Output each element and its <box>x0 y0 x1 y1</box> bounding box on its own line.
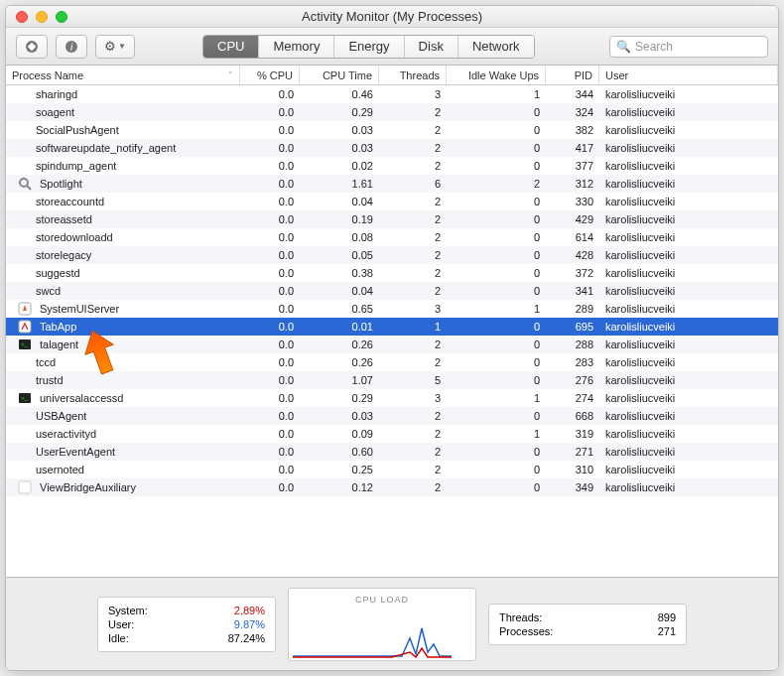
table-row[interactable]: softwareupdate_notify_agent0.00.0320417k… <box>6 139 778 157</box>
search-input[interactable]: 🔍 Search <box>609 36 768 58</box>
cell-time: 0.38 <box>300 267 379 279</box>
col-pid[interactable]: PID <box>546 66 599 84</box>
table-row[interactable]: TabApp0.00.0110695karolisliucveiki <box>6 318 778 336</box>
search-placeholder: Search <box>635 40 673 54</box>
table-row[interactable]: sharingd0.00.4631344karolisliucveiki <box>6 85 778 103</box>
chevron-down-icon: ▼ <box>118 42 126 51</box>
inspect-process-button[interactable]: i <box>56 35 87 59</box>
process-name-cell: TabApp <box>6 320 240 334</box>
col-cpu[interactable]: % CPU <box>240 66 300 84</box>
gear-icon: ⚙ <box>104 39 116 54</box>
process-name-cell: softwareupdate_notify_agent <box>6 142 240 154</box>
table-row[interactable]: SystemUIServer0.00.6531289karolisliucvei… <box>6 300 778 318</box>
process-name-cell: useractivityd <box>6 428 240 440</box>
process-name-cell: spindump_agent <box>6 160 240 172</box>
cell-idle: 0 <box>447 321 546 333</box>
cell-user: karolisliucveiki <box>599 231 778 243</box>
table-row[interactable]: USBAgent0.00.0320668karolisliucveiki <box>6 407 778 425</box>
cell-cpu: 0.0 <box>240 285 300 297</box>
cell-time: 0.46 <box>300 88 379 100</box>
table-row[interactable]: Spotlight0.01.6162312karolisliucveiki <box>6 175 778 193</box>
table-row[interactable]: storeassetd0.00.1920429karolisliucveiki <box>6 210 778 228</box>
cell-pid: 330 <box>546 196 599 207</box>
cell-user: karolisliucveiki <box>599 410 778 422</box>
cell-threads: 3 <box>379 392 447 404</box>
cell-threads: 2 <box>379 285 447 297</box>
stop-process-button[interactable] <box>16 35 48 59</box>
col-process-name[interactable]: Process Name ˄ <box>6 66 240 84</box>
cell-threads: 2 <box>379 428 447 440</box>
cell-idle: 0 <box>447 267 546 279</box>
cell-cpu: 0.0 <box>240 231 300 243</box>
tab-memory[interactable]: Memory <box>259 36 334 58</box>
cell-user: karolisliucveiki <box>599 428 778 440</box>
cell-threads: 2 <box>379 464 447 475</box>
table-row[interactable]: soagent0.00.2920324karolisliucveiki <box>6 103 778 121</box>
cell-pid: 344 <box>546 88 599 100</box>
table-row[interactable]: UserEventAgent0.00.6020271karolisliucvei… <box>6 443 778 461</box>
cell-time: 0.05 <box>300 249 379 261</box>
table-row[interactable]: swcd0.00.0420341karolisliucveiki <box>6 282 778 300</box>
cell-pid: 417 <box>546 142 599 154</box>
options-menu-button[interactable]: ⚙▼ <box>95 35 135 59</box>
cell-time: 0.29 <box>300 392 379 404</box>
cell-idle: 0 <box>447 231 546 243</box>
cell-time: 1.61 <box>300 178 379 190</box>
col-threads[interactable]: Threads <box>379 66 447 84</box>
cell-pid: 428 <box>546 249 599 261</box>
cell-cpu: 0.0 <box>240 160 300 172</box>
cell-idle: 0 <box>447 410 546 422</box>
close-window-button[interactable] <box>16 11 28 23</box>
table-row[interactable]: >_talagent0.00.2620288karolisliucveiki <box>6 336 778 353</box>
process-name-cell: storelegacy <box>6 249 240 261</box>
col-user[interactable]: User <box>599 66 778 84</box>
cell-cpu: 0.0 <box>240 213 300 225</box>
table-row[interactable]: usernoted0.00.2520310karolisliucveiki <box>6 461 778 478</box>
cell-idle: 0 <box>447 106 546 118</box>
tab-cpu[interactable]: CPU <box>203 36 259 58</box>
process-list[interactable]: sharingd0.00.4631344karolisliucveikisoag… <box>6 85 778 577</box>
table-row[interactable]: trustd0.01.0750276karolisliucveiki <box>6 371 778 389</box>
cell-threads: 3 <box>379 303 447 315</box>
cell-cpu: 0.0 <box>240 106 300 118</box>
table-row[interactable]: storeaccountd0.00.0420330karolisliucveik… <box>6 193 778 210</box>
table-row[interactable]: suggestd0.00.3820372karolisliucveiki <box>6 264 778 282</box>
col-idle[interactable]: Idle Wake Ups <box>447 66 546 84</box>
table-row[interactable]: spindump_agent0.00.0220377karolisliucvei… <box>6 157 778 175</box>
view-tabs: CPUMemoryEnergyDiskNetwork <box>202 35 535 59</box>
process-name-cell: trustd <box>6 374 240 386</box>
tab-disk[interactable]: Disk <box>405 36 458 58</box>
cell-idle: 0 <box>447 142 546 154</box>
tab-network[interactable]: Network <box>458 36 534 58</box>
cell-threads: 6 <box>379 178 447 190</box>
minimize-window-button[interactable] <box>36 11 48 23</box>
table-row[interactable]: ViewBridgeAuxiliary0.00.1220349karolisli… <box>6 478 778 496</box>
process-name-cell: USBAgent <box>6 410 240 422</box>
cell-idle: 0 <box>447 160 546 172</box>
zoom-window-button[interactable] <box>56 11 67 23</box>
cell-pid: 310 <box>546 464 599 475</box>
cell-time: 0.02 <box>300 160 379 172</box>
process-name-cell: soagent <box>6 106 240 118</box>
tab-energy[interactable]: Energy <box>334 36 404 58</box>
cell-time: 0.08 <box>300 231 379 243</box>
cell-pid: 276 <box>546 374 599 386</box>
table-row[interactable]: SocialPushAgent0.00.0320382karolisliucve… <box>6 121 778 139</box>
cell-idle: 0 <box>447 446 546 458</box>
table-row[interactable]: tccd0.00.2620283karolisliucveiki <box>6 353 778 371</box>
info-icon: i <box>65 40 78 54</box>
cell-pid: 288 <box>546 338 599 350</box>
cell-user: karolisliucveiki <box>599 374 778 386</box>
table-row[interactable]: >_universalaccessd0.00.2931274karolisliu… <box>6 389 778 407</box>
cell-user: karolisliucveiki <box>599 249 778 261</box>
table-row[interactable]: useractivityd0.00.0921319karolisliucveik… <box>6 425 778 443</box>
cell-idle: 0 <box>447 464 546 475</box>
cell-time: 0.04 <box>300 285 379 297</box>
cell-user: karolisliucveiki <box>599 196 778 207</box>
process-name-cell: tccd <box>6 356 240 368</box>
table-row[interactable]: storelegacy0.00.0520428karolisliucveiki <box>6 246 778 264</box>
cell-time: 0.29 <box>300 106 379 118</box>
cell-user: karolisliucveiki <box>599 446 778 458</box>
col-cputime[interactable]: CPU Time <box>300 66 379 84</box>
table-row[interactable]: storedownloadd0.00.0820614karolisliucvei… <box>6 228 778 246</box>
